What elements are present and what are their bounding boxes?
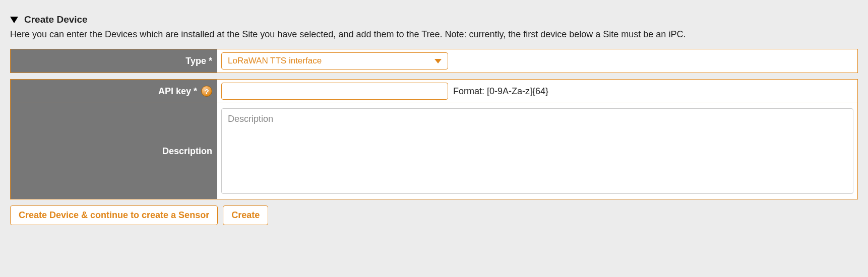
type-value-cell: LoRaWAN TTS interface (217, 49, 857, 73)
section-header[interactable]: Create Device (10, 14, 858, 25)
intro-text: Here you can enter the Devices which are… (10, 29, 858, 40)
apikey-hint: Format: [0-9A-Za-z]{64} (453, 86, 548, 97)
description-label-text: Description (162, 146, 212, 157)
chevron-down-icon (435, 59, 442, 63)
type-label: Type * (11, 49, 217, 73)
create-button[interactable]: Create (223, 205, 268, 225)
section-title: Create Device (24, 14, 88, 25)
description-row: Description (11, 103, 857, 199)
collapse-icon (10, 17, 18, 23)
type-select[interactable]: LoRaWAN TTS interface (221, 52, 448, 70)
description-value-cell (217, 103, 857, 199)
description-label: Description (11, 103, 217, 199)
buttons-row: Create Device & continue to create a Sen… (10, 205, 858, 225)
help-icon[interactable]: ? (201, 86, 212, 97)
apikey-row: API key * ? Format: [0-9A-Za-z]{64} (11, 80, 857, 103)
apikey-input[interactable] (221, 83, 448, 100)
type-group: Type * LoRaWAN TTS interface (10, 49, 858, 73)
apikey-label-text: API key * (158, 86, 197, 97)
description-textarea[interactable] (221, 108, 853, 194)
details-group: API key * ? Format: [0-9A-Za-z]{64} Desc… (10, 79, 858, 199)
apikey-label: API key * ? (11, 80, 217, 103)
type-row: Type * LoRaWAN TTS interface (11, 49, 857, 73)
type-label-text: Type * (185, 56, 212, 66)
create-and-continue-button[interactable]: Create Device & continue to create a Sen… (10, 205, 218, 225)
apikey-value-cell: Format: [0-9A-Za-z]{64} (217, 80, 857, 103)
type-selected-value: LoRaWAN TTS interface (228, 56, 322, 66)
